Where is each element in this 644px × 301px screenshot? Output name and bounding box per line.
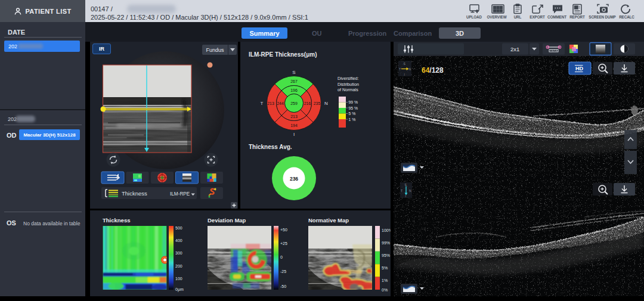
svg-text:SCREEN DUMP: SCREEN DUMP [589, 15, 615, 19]
svg-text:5 %: 5 % [349, 111, 356, 116]
svg-text:Normative Map: Normative Map [308, 217, 349, 224]
svg-text:+50: +50 [280, 228, 287, 232]
svg-text:-50: -50 [280, 284, 286, 288]
svg-text:RECALC: RECALC [619, 15, 634, 19]
svg-text:Diversified:: Diversified: [338, 76, 359, 81]
svg-text:213: 213 [290, 114, 298, 119]
svg-text:REPORT: REPORT [569, 15, 585, 19]
svg-text:T: T [261, 101, 264, 106]
svg-text:N: N [409, 67, 411, 71]
svg-text:64/128: 64/128 [422, 66, 444, 75]
svg-text:99%: 99% [382, 241, 390, 245]
svg-text:N: N [409, 189, 411, 193]
svg-text:0μm: 0μm [175, 287, 184, 292]
svg-text:500: 500 [175, 226, 182, 230]
svg-text:100: 100 [175, 277, 182, 281]
svg-text:267: 267 [290, 79, 298, 83]
svg-text:I: I [293, 132, 295, 137]
svg-text:1%: 1% [382, 278, 388, 283]
svg-text:100%: 100% [382, 228, 391, 232]
svg-text:HD: HD [575, 66, 583, 72]
svg-text:99 %: 99 % [349, 100, 358, 104]
svg-text:I: I [404, 73, 405, 76]
svg-text:Distribution: Distribution [338, 82, 359, 87]
svg-text:N: N [324, 101, 328, 106]
svg-text:of Normals: of Normals [338, 87, 358, 92]
svg-text:95 %: 95 % [349, 106, 358, 110]
svg-text:ILM-RPE: ILM-RPE [170, 191, 190, 197]
svg-text:0%: 0% [382, 288, 388, 292]
svg-text:S: S [292, 70, 295, 75]
svg-text:COMMENT: COMMENT [547, 15, 566, 19]
svg-text:196: 196 [290, 88, 298, 92]
svg-text:UPLOAD: UPLOAD [466, 15, 482, 19]
svg-text:259: 259 [290, 101, 298, 105]
svg-text:200: 200 [175, 264, 182, 268]
svg-text:Thickness: Thickness [122, 190, 147, 197]
svg-text:T: T [399, 67, 401, 71]
svg-text:T: T [401, 189, 402, 193]
svg-text:Deviation Map: Deviation Map [208, 217, 246, 224]
svg-text:2x1: 2x1 [510, 46, 519, 52]
svg-text:EXPORT: EXPORT [530, 15, 545, 19]
svg-text:244: 244 [277, 101, 284, 105]
svg-text:OVERVIEW: OVERVIEW [487, 15, 506, 19]
svg-text:-25: -25 [280, 269, 286, 274]
svg-text:+25: +25 [280, 241, 287, 246]
svg-text:5%: 5% [382, 266, 388, 270]
svg-text:213: 213 [267, 101, 274, 105]
svg-text:URL: URL [514, 15, 522, 19]
svg-text:95%: 95% [382, 253, 390, 257]
svg-text:236: 236 [290, 176, 298, 182]
svg-text:194: 194 [290, 123, 298, 128]
svg-text:ILM-RPE Thickness(μm): ILM-RPE Thickness(μm) [249, 51, 317, 58]
svg-text:Thickness: Thickness [103, 217, 130, 224]
svg-text:400: 400 [175, 238, 182, 243]
svg-text:300: 300 [175, 251, 182, 255]
svg-text:Thickness Avg.: Thickness Avg. [249, 144, 292, 150]
svg-text:235: 235 [314, 101, 321, 105]
svg-text:1 %: 1 % [349, 117, 356, 122]
svg-text:216: 216 [304, 101, 311, 105]
svg-text:0: 0 [280, 255, 283, 259]
